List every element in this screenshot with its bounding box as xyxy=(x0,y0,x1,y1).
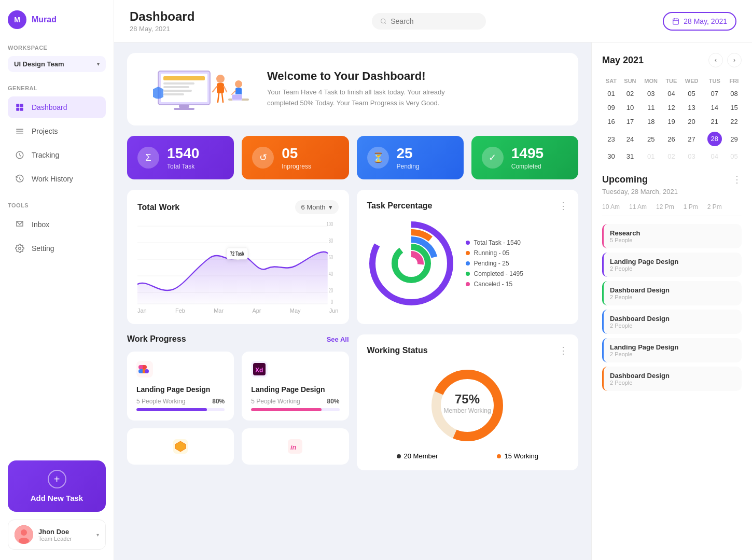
cal-day[interactable]: 25 xyxy=(640,129,662,149)
svg-rect-18 xyxy=(163,82,194,85)
main-area: Dashboard 28 May, 2021 28 May, 2021 xyxy=(114,0,752,560)
time-labels: 10 Am 11 Am 12 Pm 1 Pm 2 Pm xyxy=(602,203,742,216)
svg-rect-21 xyxy=(163,93,184,95)
cal-next-btn[interactable]: › xyxy=(727,53,742,67)
search-icon xyxy=(380,18,386,25)
svg-text:0: 0 xyxy=(331,299,333,305)
sidebar-item-dashboard[interactable]: Dashboard xyxy=(8,96,106,118)
search-bar[interactable] xyxy=(372,13,486,30)
cal-day[interactable]: 31 xyxy=(620,149,640,163)
legend-label-total: Total Task - 1540 xyxy=(474,239,521,246)
sketch-icon xyxy=(173,439,188,454)
cal-day[interactable]: 02 xyxy=(620,87,640,101)
cal-day[interactable]: 14 xyxy=(703,101,727,115)
cal-day[interactable]: 24 xyxy=(620,129,640,149)
user-role: Team Leader xyxy=(38,536,91,542)
upcoming-more-icon[interactable]: ⋮ xyxy=(732,174,742,185)
cal-day[interactable]: 09 xyxy=(602,101,620,115)
svg-rect-0 xyxy=(16,104,19,107)
legend-completed: Completed - 1495 xyxy=(466,270,523,277)
stat-value-pending: 25 xyxy=(397,145,420,162)
stat-label-inprogress: Inprogress xyxy=(282,163,311,170)
user-chevron-icon: ▾ xyxy=(96,532,99,538)
cal-day[interactable]: 07 xyxy=(703,87,727,101)
cal-day-other[interactable]: 05 xyxy=(727,149,742,163)
search-input[interactable] xyxy=(391,17,478,25)
stat-value-total: 1540 xyxy=(167,145,199,162)
cal-day[interactable]: 16 xyxy=(602,115,620,129)
cal-day[interactable]: 29 xyxy=(727,129,742,149)
sidebar-item-tracking[interactable]: Tracking xyxy=(8,144,106,166)
cal-day[interactable]: 30 xyxy=(602,149,620,163)
sidebar-username: Murad xyxy=(32,15,57,24)
chart-header-total: Total Work 6 Month ▾ xyxy=(137,200,339,214)
cal-day-other[interactable]: 03 xyxy=(680,149,702,163)
svg-rect-22 xyxy=(179,105,189,108)
chart-x-labels: Jan Feb Mar Apr May Jun xyxy=(137,305,339,314)
sidebar-item-setting[interactable]: Setting xyxy=(8,237,106,259)
cal-day-today[interactable]: 28 xyxy=(703,129,727,149)
cal-day[interactable]: 18 xyxy=(640,115,662,129)
svg-line-10 xyxy=(384,22,385,23)
svg-line-28 xyxy=(218,93,219,102)
cal-day-other[interactable]: 02 xyxy=(662,149,680,163)
date-button[interactable]: 28 May, 2021 xyxy=(663,12,736,31)
cal-day[interactable]: 17 xyxy=(620,115,640,129)
sidebar-item-projects[interactable]: Projects xyxy=(8,120,106,142)
workspace-selector[interactable]: UI Design Team ▾ xyxy=(8,56,106,72)
stat-icon-pending: ⏳ xyxy=(367,147,389,169)
cal-day[interactable]: 23 xyxy=(602,129,620,149)
work-progress-title: Work Progress xyxy=(127,334,186,344)
schedule-item-dashboard-1: Dashboard Design 2 People xyxy=(602,281,742,305)
user-profile-bar[interactable]: Jhon Doe Team Leader ▾ xyxy=(8,520,106,550)
schedule-sub-3: 2 People xyxy=(610,294,670,300)
bottom-row: Work Progress See All xyxy=(127,334,578,470)
main-header: Dashboard 28 May, 2021 28 May, 2021 xyxy=(114,0,752,43)
setting-icon xyxy=(14,243,25,254)
cal-day[interactable]: 03 xyxy=(640,87,662,101)
cal-day[interactable]: 05 xyxy=(680,87,702,101)
legend-dot-running xyxy=(466,251,470,255)
cal-day[interactable]: 12 xyxy=(662,101,680,115)
nav-label-projects: Projects xyxy=(32,127,58,135)
cal-day-other[interactable]: 04 xyxy=(703,149,727,163)
cal-day[interactable]: 22 xyxy=(727,115,742,129)
cal-th-tus: TUS xyxy=(703,75,727,87)
schedule-item-content-3: Dashboard Design 2 People xyxy=(610,286,670,300)
cal-day[interactable]: 15 xyxy=(727,101,742,115)
add-task-button[interactable]: + Add New Task xyxy=(8,460,106,512)
progress-bar-bg-2 xyxy=(251,408,339,411)
legend-running: Running - 05 xyxy=(466,249,523,257)
svg-rect-11 xyxy=(673,19,679,24)
see-all-btn[interactable]: See All xyxy=(327,335,349,343)
schedule-item-content: Research 5 People xyxy=(610,229,640,243)
svg-rect-3 xyxy=(20,108,23,111)
cal-day[interactable]: 20 xyxy=(680,115,702,129)
cal-day[interactable]: 10 xyxy=(620,101,640,115)
working-status-more-icon[interactable]: ⋮ xyxy=(559,345,568,356)
schedule-name-1: Research xyxy=(610,229,640,237)
cal-day[interactable]: 01 xyxy=(602,87,620,101)
cal-day[interactable]: 27 xyxy=(680,129,702,149)
cal-day-other[interactable]: 01 xyxy=(640,149,662,163)
cal-day[interactable]: 11 xyxy=(640,101,662,115)
invision-icon: in xyxy=(288,439,302,454)
svg-rect-1 xyxy=(20,104,23,107)
cal-day[interactable]: 08 xyxy=(727,87,742,101)
cal-day[interactable]: 21 xyxy=(703,115,727,129)
cal-day[interactable]: 26 xyxy=(662,129,680,149)
sidebar-item-inbox[interactable]: Inbox xyxy=(8,214,106,235)
sidebar-item-work-history[interactable]: Work History xyxy=(8,168,106,190)
cal-th-wed: WED xyxy=(680,75,702,87)
work-progress-header: Work Progress See All xyxy=(127,334,349,344)
working-donut-svg: 75% Member Working xyxy=(426,364,509,447)
welcome-desc: Your Team Have 4 Task to finish all task… xyxy=(267,87,449,109)
cal-day[interactable]: 13 xyxy=(680,101,702,115)
cal-day[interactable]: 04 xyxy=(662,87,680,101)
stat-label-total: Total Task xyxy=(167,163,199,170)
cal-prev-btn[interactable]: ‹ xyxy=(708,53,723,67)
cal-day[interactable]: 19 xyxy=(662,115,680,129)
x-label-apr: Apr xyxy=(252,307,261,314)
chart-more-icon[interactable]: ⋮ xyxy=(559,200,568,212)
chart-filter-btn[interactable]: 6 Month ▾ xyxy=(295,200,339,214)
